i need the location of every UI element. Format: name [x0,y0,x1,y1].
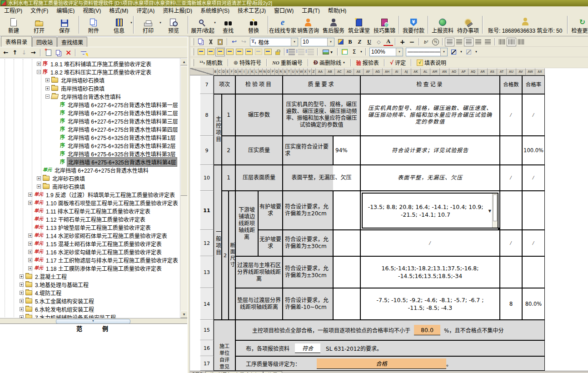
merge-cells-button[interactable] [206,48,215,56]
sum-dropdown-icon[interactable]: ▼ [360,50,363,53]
保存-button[interactable]: 保存 [52,14,77,35]
row-header-8[interactable]: 8 [200,94,214,136]
tree-item-label[interactable]: 1.10 面板堆石坝垫层工程单元工程施工质量验收评定表 [45,199,179,207]
menu-item[interactable]: 文件(F) [26,6,52,14]
cell-r14-item[interactable]: 垫层与过渡层分界线距坝轴线距离 [235,288,283,320]
superscript-button[interactable]: b² [421,38,431,46]
column-header-AR[interactable]: AR [478,68,488,75]
insert-row-button[interactable] [234,48,244,56]
tree-item[interactable]: +单元1.9 反滤（过渡）料填筑单元工程施工质量验收评定表 [0,190,180,199]
column-header-M[interactable]: M [259,68,263,75]
expand-icon[interactable]: + [45,86,50,90]
border-color-button[interactable] [464,48,473,56]
image-dropdown-icon[interactable]: ▼ [330,50,333,54]
sheet-tab-1[interactable]: 堆石料压实工序(现)全套表 [205,371,263,373]
tree-item-label[interactable]: 3.地基处理与基础工程 [34,280,90,289]
tree-item[interactable]: −北岸挡墙台背透水性填料 [0,92,180,100]
查找-button[interactable]: 查找 [215,14,241,35]
row-header-13[interactable]: 13 [200,256,214,288]
tree-item[interactable]: 序北岸挡墙 6+227-6+275台背透水性填料第二层 [0,109,180,117]
tree-item-label[interactable]: 1.13 护坡垫层单元工程施工质量验收评定表 [45,223,152,232]
strikethrough-dropdown-icon[interactable]: ▼ [343,61,345,64]
tree-item[interactable]: 序北岸挡墙 6+227-6+275台背透水性填料第四层 [0,125,180,133]
column-header-J[interactable]: J [246,68,250,75]
tree-item-label[interactable]: 5.水工金属结构安装工程 [34,297,95,305]
column-header-AP[interactable]: AP [459,68,468,75]
tree-item[interactable]: +6.水轮发电机组安装工程 [0,305,180,313]
sheet-tab-2[interactable]: 第:页 [263,371,283,373]
tree-item-label[interactable]: 2.混凝土工程 [34,272,68,281]
tree-item[interactable]: +单元1.16 水泥砂浆勾缝单元工程施工质量验收评定表 [0,248,180,256]
column-header-N[interactable]: N [263,68,267,75]
copy-button[interactable] [196,38,206,46]
cell-general-no2[interactable]: 2 [222,191,229,320]
copy-page-button[interactable] [254,48,263,56]
toolbar-grip[interactable] [192,38,194,45]
font-family-select[interactable]: Tt 楷体 ▼ [250,38,298,46]
cell-r10-item[interactable]: 压层表面质量 [235,165,283,191]
cell-r12-record[interactable]: / [360,230,500,256]
column-header-W[interactable]: W [299,68,304,75]
上报资料-button[interactable]: 上报资料 [430,14,455,35]
tree-item[interactable]: +南岸砂石换填 [0,182,180,190]
tree-item-label[interactable]: 7.水力机械辅助设备系统安装工程 [34,313,117,318]
menu-item[interactable]: 工程(P) [0,6,26,14]
tree-item-label[interactable]: 北岸挡墙 6+227-6+275台背透水性填料第三层 [67,117,179,125]
row-header-16[interactable]: 16 [200,340,214,356]
column-header-Z[interactable]: Z [312,68,316,75]
column-header-AF[interactable]: AF [364,68,373,75]
font-family-dropdown-icon[interactable]: ▼ [291,38,298,46]
tree-item-label[interactable]: 南岸砂石换填 [51,182,86,191]
column-header-F[interactable]: F [230,68,234,75]
column-header-AN[interactable]: AN [440,68,449,75]
column-header-AH[interactable]: AH [383,68,392,75]
销售咨询-button[interactable]: 销售咨询 [295,14,321,35]
tree-item-label[interactable]: 1.12 干砌石单元工程施工质量验收评定表 [45,215,146,224]
vertical-text-button-3[interactable] [516,38,526,46]
expand-icon[interactable]: + [37,176,41,180]
tree-item[interactable]: −序1.8.2 堆石料压实工序施工质量验收评定表 [0,68,180,76]
table-grid-button[interactable] [263,48,273,56]
检查更新-button[interactable]: 检查更新 [569,14,588,35]
tree-item-label[interactable]: 1.17 土工织物滤层与排水单元工程施工质量验收评定表 [45,256,179,264]
cell-r9-count[interactable] [500,136,522,165]
r15-pass-rate-input[interactable]: 80.0 [414,325,440,335]
tree-item-label[interactable]: 北岸挡墙 6+227-6+275台背透水性填料第二层 [67,109,179,117]
信息-button[interactable]: 信息▼ [106,14,132,35]
tree-item[interactable]: 单元1.11 排水工程单元工程施工质量验收评定表 [0,207,180,215]
cell-r13-rate[interactable] [522,256,545,288]
cell-r14-req[interactable]: 符合设计要求，允许偏差-10~0cm [283,288,333,320]
renumber-button[interactable]: NO重新编号 [269,58,306,67]
expand-icon[interactable]: + [20,299,24,303]
row-header-15[interactable]: 15 [200,320,214,340]
cell-scrollbar-thumb[interactable] [493,194,497,221]
tree-item-label[interactable]: 北岸挡墙 6+227-6+275台背透水性填料 [54,166,149,174]
cell-r9-req[interactable]: 压实度符合设计要求 [283,136,333,165]
border-color-dropdown-icon[interactable]: ▼ [475,50,478,53]
tree-item[interactable]: +单元1.17 土工织物滤层与排水单元工程施工质量验收评定表 [0,256,180,264]
new-table-button[interactable] [44,48,53,57]
nav-forward-button[interactable]: → [29,49,37,57]
column-header-AU[interactable]: AU [507,68,516,75]
insert-image-button[interactable]: ▼ [320,48,335,56]
select-all-corner[interactable] [190,68,214,75]
cell-r11-sub[interactable]: 有护坡要求 [258,191,283,230]
toolbar-grip[interactable] [192,48,194,55]
column-header-AE[interactable]: AE [354,68,364,75]
tree-item[interactable]: +单元1.14 水泥砂浆砌石体单元工程施工质量验收评定表 [0,231,180,239]
expand-icon[interactable]: + [28,250,32,254]
tree-item-label[interactable]: 北岸挡墙 6+275-6+325台背透水性填料第4层 [67,157,177,167]
column-header-AW[interactable]: AW [526,68,535,75]
打开-button[interactable]: 打开 [26,14,52,35]
column-header-AM[interactable]: AM [430,68,440,75]
tree-item-label[interactable]: 1.16 水泥砂浆勾缝单元工程施工质量验收评定表 [45,248,163,256]
expand-icon[interactable]: + [20,283,24,287]
insert-column-right-button[interactable] [215,48,225,56]
vertical-text-button-2[interactable] [507,38,516,46]
column-header-L[interactable]: L [254,68,259,75]
tree-item[interactable]: +7.水力机械辅助设备系统安装工程 [0,313,180,318]
border-dropdown-icon[interactable]: ▼ [460,50,463,53]
tree-item[interactable]: +单元1.10 面板堆石坝垫层工程单元工程施工质量验收评定表 [0,199,180,207]
inspection-report-button[interactable]: 验报验表 [353,58,382,67]
cell-dropdown-icon[interactable]: ▼ [488,207,491,214]
